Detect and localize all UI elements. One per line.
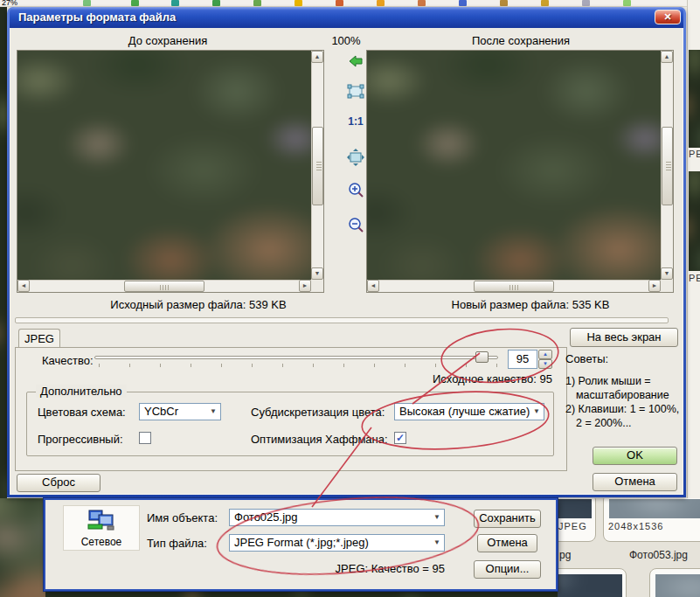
before-save-label: До сохранения <box>10 34 325 47</box>
zoom-level-label: 100% <box>325 34 367 47</box>
network-item-label: Сетевое <box>64 536 139 548</box>
spin-up-icon[interactable]: ▲ <box>538 350 552 359</box>
scroll-right-icon[interactable]: ► <box>299 280 311 292</box>
chevron-down-icon: ▼ <box>210 408 217 415</box>
save-cancel-button[interactable]: Отмена <box>477 534 537 552</box>
scroll-right-icon[interactable]: ► <box>648 280 661 292</box>
scroll-left-icon[interactable]: ◄ <box>367 280 379 292</box>
background-thumbnail-grid: JPEG pg 2048x1536 JPE Фото053.jpg <box>558 498 700 597</box>
toolbar-icon[interactable] <box>83 0 91 6</box>
format-options-window: Параметры формата файла ✕ До сохранения … <box>7 7 686 497</box>
spin-down-icon[interactable]: ▼ <box>538 359 552 369</box>
cancel-button[interactable]: Отмена <box>593 473 677 491</box>
thumbnail-badge: JPEG <box>558 521 587 531</box>
scroll-down-icon[interactable]: ▼ <box>311 267 323 280</box>
screen: 27% PE PE JPEG pg 2048x1536 <box>0 0 700 597</box>
thumbnail-cell[interactable] <box>558 568 627 597</box>
thumbnail-badge: PE <box>689 273 700 283</box>
background-thumbnail[interactable] <box>689 50 700 148</box>
ok-button[interactable]: OK <box>593 447 677 465</box>
tip-line: 1) Ролик мыши = <box>565 375 651 387</box>
toolbar-icon[interactable] <box>500 0 508 6</box>
advanced-group-title: Дополнительно <box>36 385 127 398</box>
thumbnail-cell[interactable]: JPEG <box>558 498 596 542</box>
vscroll-thumb[interactable] <box>312 127 323 205</box>
chevron-down-icon: ▼ <box>433 514 440 521</box>
thumbnail-badge: 2048x1536 <box>608 521 663 531</box>
tip-line: масштабирование <box>576 389 669 401</box>
filename-input[interactable]: Фото025.jpg ▼ <box>229 509 445 526</box>
places-item-network[interactable]: Сетевое <box>63 505 140 551</box>
scroll-up-icon[interactable]: ▲ <box>661 51 673 63</box>
toolbar-icon[interactable] <box>295 0 302 6</box>
thumbnail-cell[interactable] <box>649 568 700 597</box>
save-button[interactable]: Сохранить <box>474 510 541 528</box>
preview-after-vscrollbar[interactable]: ▲ ▼ <box>661 51 673 280</box>
window-titlebar[interactable]: Параметры формата файла ✕ <box>10 7 683 28</box>
toolbar-icon[interactable] <box>336 0 343 6</box>
filename-label: Имя объекта: <box>147 511 218 524</box>
preview-after-image[interactable] <box>367 51 661 280</box>
chevron-down-icon: ▼ <box>533 408 540 415</box>
filetype-select[interactable]: JPEG Format (*.jpg;*.jpeg) ▼ <box>229 534 445 552</box>
toolbar-icon[interactable] <box>623 0 631 6</box>
after-save-label: После сохранения <box>367 34 675 47</box>
hscroll-thumb[interactable] <box>474 281 554 292</box>
fullscreen-button[interactable]: На весь экран <box>570 328 678 347</box>
filetype-label: Тип файла: <box>147 537 207 550</box>
toolbar-icon[interactable] <box>377 0 385 6</box>
quality-slider[interactable] <box>94 356 498 359</box>
scroll-up-icon[interactable]: ▲ <box>311 51 323 63</box>
preview-after-hscrollbar[interactable]: ◄ ► <box>367 280 661 292</box>
toolbar-icon[interactable] <box>253 0 261 6</box>
options-button[interactable]: Опции... <box>474 560 541 579</box>
scroll-down-icon[interactable]: ▼ <box>661 267 673 280</box>
preview-before-hscrollbar[interactable]: ◄ ► <box>17 280 311 292</box>
progressive-checkbox[interactable] <box>139 432 151 444</box>
toolbar-icon[interactable] <box>171 0 179 6</box>
chevron-down-icon: ▼ <box>433 539 440 546</box>
vscroll-thumb[interactable] <box>662 127 673 205</box>
original-size-label: Исходный размер файла: 539 KB <box>10 298 386 311</box>
subsampling-select[interactable]: Высокая (лучше сжатие) ▼ <box>394 403 544 420</box>
separator-groove <box>15 317 669 323</box>
network-icon <box>87 509 116 533</box>
color-scheme-select[interactable]: YCbCr ▼ <box>139 403 221 420</box>
background-photo-bottom-left <box>0 498 45 597</box>
toolbar-icon[interactable] <box>582 0 590 6</box>
tip-line: 2) Клавиши: 1 = 100%, <box>565 403 679 415</box>
background-thumbnail[interactable] <box>689 171 700 271</box>
toolbar-icon[interactable] <box>418 0 426 6</box>
preview-before-vscrollbar[interactable]: ▲ ▼ <box>311 51 323 280</box>
preview-before: ▲ ▼ ◄ ► <box>17 50 324 293</box>
toolbar-icon[interactable] <box>131 0 139 6</box>
jpeg-quality-note: JPEG: Качество = 95 <box>308 562 445 575</box>
tip-line: 2 = 200%... <box>576 417 632 429</box>
tab-jpeg[interactable]: JPEG <box>18 329 60 348</box>
jpeg-tab-panel: Качество: 95 ▲ ▼ Исходное качество: 95 Д… <box>15 347 567 471</box>
close-icon[interactable]: ✕ <box>655 10 681 24</box>
progressive-label: Прогрессивный: <box>38 433 123 446</box>
reset-button[interactable]: Сброс <box>17 474 100 492</box>
hscroll-thumb[interactable] <box>124 281 204 292</box>
scroll-left-icon[interactable]: ◄ <box>17 280 30 292</box>
window-title: Параметры формата файла <box>18 10 176 24</box>
background-toolbar: 27% <box>0 0 700 7</box>
toolbar-icon[interactable] <box>541 0 549 6</box>
quality-slider-thumb[interactable] <box>475 351 489 363</box>
preview-after: ▲ ▼ ◄ ► <box>366 50 674 293</box>
original-quality-label: Исходное качество: 95 <box>304 372 552 385</box>
quality-slider-ticks <box>99 364 497 367</box>
tips-title: Советы: <box>565 352 608 365</box>
huffman-checkbox[interactable]: ✓ <box>394 432 406 444</box>
advanced-groupbox: Дополнительно Цветовая схема: YCbCr ▼ Су… <box>26 392 554 456</box>
toolbar-icon[interactable] <box>459 0 467 6</box>
thumbnail-filename: Фото053.jpg <box>629 549 688 561</box>
thumbnail-cell[interactable]: 2048x1536 JPE <box>603 498 700 542</box>
toolbar-icon[interactable] <box>212 0 220 6</box>
background-thumbnail-strip: PE PE <box>687 0 700 498</box>
preview-before-image[interactable] <box>17 51 311 280</box>
background-zoom-field[interactable]: 27% <box>2 0 17 7</box>
subsampling-label: Субдискретизация цвета: <box>251 406 385 419</box>
quality-value-field[interactable]: 95 <box>508 350 537 369</box>
